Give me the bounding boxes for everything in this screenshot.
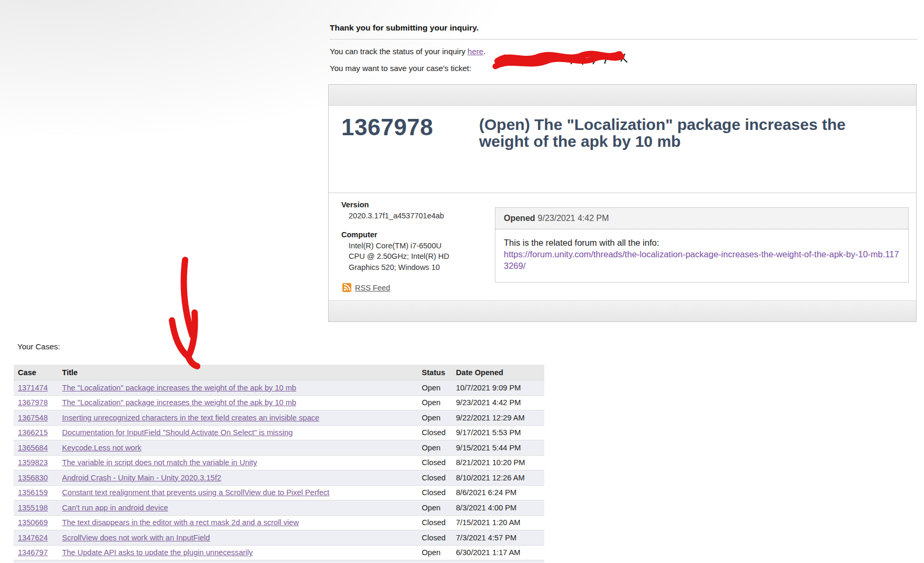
case-number-link[interactable]: 1356830	[18, 474, 48, 482]
case-date-opened: 9/22/2021 12:29 AM	[456, 414, 544, 422]
rss-feed-link[interactable]: RSS Feed	[355, 284, 390, 292]
case-status: Open	[422, 414, 456, 422]
table-row: 1347624 ScrollView does not work with an…	[14, 530, 544, 545]
table-row: 1356159 Constant text realignment that p…	[14, 485, 544, 500]
case-status: Open	[422, 504, 456, 512]
rss-feed-row: RSS Feed	[342, 283, 474, 292]
case-status: Closed	[422, 534, 456, 542]
table-row: 1346797 The Update API asks to update th…	[14, 545, 544, 560]
computer-label: Computer	[341, 230, 474, 239]
case-date-opened: 9/17/2021 5:53 PM	[456, 428, 544, 437]
case-date-opened: 9/15/2021 5:44 PM	[456, 444, 544, 452]
column-header-status: Status	[422, 368, 456, 377]
case-date-opened: 8/21/2021 10:20 PM	[456, 458, 544, 467]
case-status: Open	[422, 398, 456, 407]
track-here-link[interactable]: here	[468, 47, 483, 56]
case-date-opened: 7/3/2021 4:57 PM	[456, 534, 544, 542]
table-row: 1367548 Inserting unrecognized character…	[14, 410, 544, 425]
table-row: 1356830 Android Crash - Unity Main - Uni…	[14, 470, 544, 485]
track-status-period: .	[483, 47, 485, 56]
confirmation-block: Thank you for submitting your inquiry. Y…	[330, 21, 918, 73]
table-row: 1355198 Can't run app in android device …	[14, 500, 544, 515]
opened-label: Opened	[504, 214, 535, 223]
case-date-opened: 6/30/2021 1:17 AM	[456, 548, 544, 557]
annotation-arrow	[158, 254, 226, 377]
case-details-section: Version 2020.3.17f1_a4537701e4ab Compute…	[329, 193, 916, 300]
case-title-row: 1367978 (Open) The "Localization" packag…	[329, 106, 916, 193]
table-row: 1366215 Documentation for InputField "Sh…	[14, 425, 544, 440]
computer-value: Intel(R) Core(TM) i7-6500U CPU @ 2.50GHz…	[349, 240, 458, 273]
case-title-link[interactable]: Constant text realignment that prevents …	[62, 488, 329, 497]
panel-footer-bar	[329, 300, 916, 321]
case-number-link[interactable]: 1355198	[18, 504, 48, 512]
table-row: 1367978 The "Localization" package incre…	[14, 395, 544, 410]
confirmation-heading: Thank you for submitting your inquiry.	[330, 23, 918, 33]
version-label: Version	[341, 200, 474, 209]
forum-thread-link[interactable]: https://forum.unity.com/threads/the-loca…	[504, 249, 899, 270]
case-title: (Open) The "Localization" package increa…	[479, 114, 860, 193]
case-status: Closed	[422, 458, 456, 467]
track-status-line: You can track the status of your inquiry…	[330, 46, 918, 56]
cases-table: Case Title Status Date Opened 1371474 Th…	[14, 365, 544, 563]
case-date-opened: 7/15/2021 1:20 AM	[456, 518, 544, 527]
your-cases-label: Your Cases:	[17, 342, 60, 351]
case-title-link[interactable]: The "Localization" package increases the…	[62, 384, 296, 392]
case-status: Closed	[422, 518, 456, 527]
case-title-link[interactable]: Android Crash - Unity Main - Unity 2020.…	[62, 474, 221, 482]
case-detail-panel: 1367978 (Open) The "Localization" packag…	[328, 84, 917, 322]
rss-icon	[342, 283, 351, 292]
cases-table-header: Case Title Status Date Opened	[14, 365, 544, 380]
cases-table-body: 1371474 The "Localization" package incre…	[14, 380, 544, 560]
case-number-link[interactable]: 1346797	[18, 548, 48, 557]
case-status: Closed	[422, 474, 456, 482]
case-number-link[interactable]: 1359823	[18, 458, 48, 467]
case-date-opened: 8/10/2021 12:26 AM	[456, 474, 544, 482]
case-number-link[interactable]: 1350669	[18, 518, 48, 527]
case-number-link[interactable]: 1356159	[18, 488, 48, 497]
case-meta-column: Version 2020.3.17f1_a4537701e4ab Compute…	[341, 200, 474, 300]
case-status: Closed	[422, 428, 456, 437]
case-title-link[interactable]: Keycode.Less not work	[62, 444, 141, 452]
comment-text: This is the related forum with all the i…	[504, 237, 900, 248]
partial-next-row	[14, 560, 544, 563]
ticket-line-text: You may want to save your case's ticket:	[330, 64, 471, 73]
opened-comment-box: Opened9/23/2021 4:42 PM This is the rela…	[495, 207, 909, 283]
case-number-link[interactable]: 1367548	[18, 414, 48, 422]
table-row: 1365684 Keycode.Less not work Open 9/15/…	[14, 440, 544, 455]
case-number: 1367978	[341, 114, 479, 193]
case-title-link[interactable]: The variable in script does not match th…	[62, 458, 257, 467]
track-status-text: You can track the status of your inquiry	[330, 47, 468, 56]
divider	[330, 39, 918, 39]
ticket-line: You may want to save your case's ticket:	[330, 63, 918, 73]
opened-header: Opened9/23/2021 4:42 PM	[495, 208, 908, 229]
case-date-opened: 8/6/2021 6:24 PM	[456, 488, 544, 497]
case-status: Closed	[422, 488, 456, 497]
column-header-case: Case	[14, 368, 62, 377]
case-title-link[interactable]: Can't run app in android device	[62, 504, 168, 512]
case-number-link[interactable]: 1365684	[18, 444, 48, 452]
case-number-link[interactable]: 1367978	[18, 398, 48, 407]
case-date-opened: 8/3/2021 4:00 PM	[456, 504, 544, 512]
comment-body: This is the related forum with all the i…	[495, 229, 908, 282]
table-row: 1371474 The "Localization" package incre…	[14, 380, 544, 395]
case-title-link[interactable]: Documentation for InputField "Should Act…	[62, 428, 293, 437]
case-title-link[interactable]: The Update API asks to update the plugin…	[62, 548, 253, 557]
case-title-link[interactable]: The "Localization" package increases the…	[62, 398, 296, 407]
opened-datetime: 9/23/2021 4:42 PM	[538, 214, 609, 223]
case-number-link[interactable]: 1347624	[18, 534, 48, 542]
case-date-opened: 10/7/2021 9:09 PM	[456, 384, 544, 392]
case-title-link[interactable]: The text disappears in the editor with a…	[62, 518, 299, 527]
column-header-title: Title	[62, 368, 422, 377]
case-title-link[interactable]: ScrollView does not work with an InputFi…	[62, 534, 210, 542]
case-number-link[interactable]: 1371474	[18, 384, 48, 392]
table-row: 1350669 The text disappears in the edito…	[14, 515, 544, 530]
case-number-link[interactable]: 1366215	[18, 428, 48, 437]
case-status: Open	[422, 444, 456, 452]
version-value: 2020.3.17f1_a4537701e4ab	[349, 210, 474, 222]
case-status: Open	[422, 548, 456, 557]
case-status: Open	[422, 384, 456, 392]
table-row: 1359823 The variable in script does not …	[14, 455, 544, 470]
panel-header-bar	[329, 85, 916, 106]
case-date-opened: 9/23/2021 4:42 PM	[456, 398, 544, 407]
case-title-link[interactable]: Inserting unrecognized characters in the…	[62, 414, 319, 422]
